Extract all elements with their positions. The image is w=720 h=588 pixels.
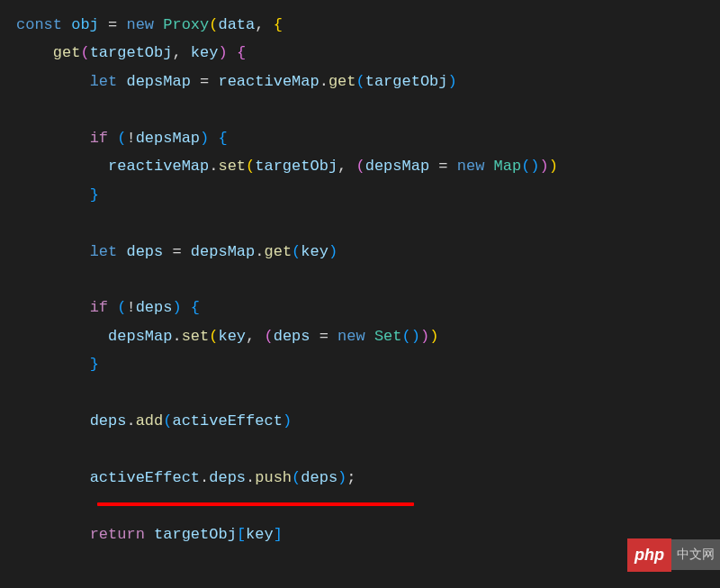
class-map: Map [494,158,522,175]
var-data: data [218,16,255,33]
code-block: const obj = new Proxy(data, { get(target… [16,11,720,548]
keyword-const: const [16,16,62,33]
watermark-cn-text: 中文网 [671,539,720,570]
highlighted-line: activeEffect [90,469,200,486]
class-proxy: Proxy [163,16,209,33]
watermark-php-logo: php [627,538,671,572]
var-obj: obj [71,16,99,33]
watermark: php 中文网 [627,538,720,572]
keyword-new: new [126,16,154,33]
keyword-return: return [90,526,145,543]
class-set: Set [374,328,402,345]
keyword-let: let [90,73,118,90]
keyword-if: if [90,130,108,147]
method-get: get [53,44,81,61]
highlight-underline [97,502,414,506]
